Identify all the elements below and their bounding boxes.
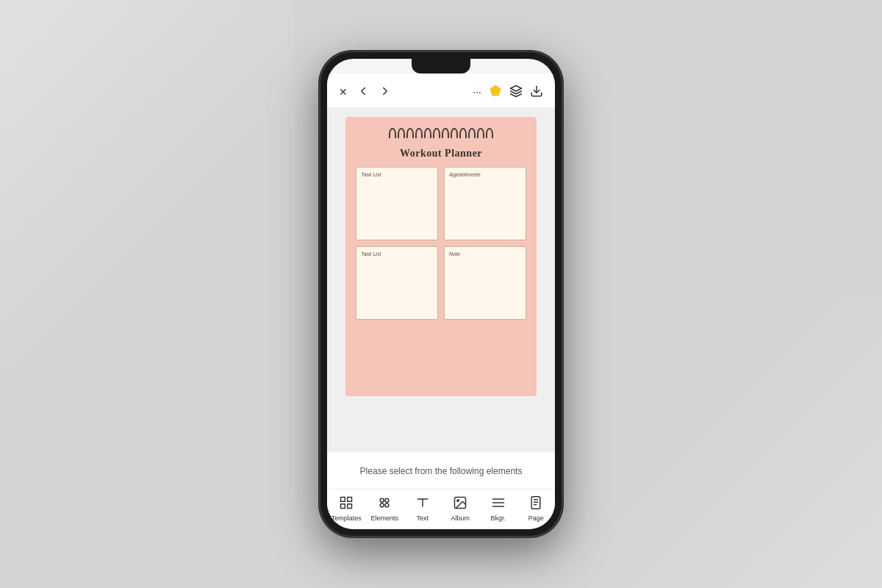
- more-icon[interactable]: ···: [473, 86, 481, 98]
- spiral-bump: [468, 128, 476, 138]
- svg-rect-18: [531, 497, 540, 509]
- download-icon[interactable]: [530, 85, 543, 100]
- toolbar-item-templates[interactable]: Templates: [331, 495, 362, 522]
- close-icon[interactable]: ✕: [339, 86, 348, 98]
- toolbar-item-album[interactable]: Album: [445, 495, 475, 522]
- album-label: Album: [451, 514, 470, 522]
- layers-icon[interactable]: [509, 85, 523, 100]
- spiral-bump: [451, 128, 458, 138]
- spiral-bump: [459, 128, 467, 138]
- toolbar-item-elements[interactable]: Elements: [370, 495, 399, 522]
- spiral-bump: [433, 128, 440, 138]
- page-label: Page: [528, 514, 544, 522]
- spiral-bump: [486, 128, 493, 138]
- svg-point-10: [385, 503, 389, 507]
- spiral-bump: [424, 128, 431, 138]
- spiral-bump: [442, 128, 449, 138]
- bg-shadow-left: [0, 0, 294, 368]
- gem-icon[interactable]: [489, 84, 502, 100]
- planner-box-note[interactable]: Note: [444, 246, 526, 320]
- phone-shell: ✕ ···: [320, 51, 562, 537]
- elements-label: Elements: [370, 514, 398, 522]
- spiral-bump: [398, 128, 405, 138]
- svg-rect-4: [348, 498, 352, 502]
- planner-box-appointments[interactable]: Appointments: [444, 167, 526, 240]
- text-label: Text: [416, 514, 429, 522]
- planner-document: Workout Planner Task List Appointments T…: [345, 117, 537, 396]
- page-icon: [528, 495, 543, 512]
- spiral-bump: [389, 128, 396, 138]
- toolbar-item-background[interactable]: Bkgr.: [484, 495, 513, 522]
- svg-rect-3: [341, 498, 345, 502]
- header-left: ✕: [339, 85, 392, 100]
- templates-label: Templates: [331, 514, 362, 522]
- box-label-appointments: Appointments: [449, 172, 521, 177]
- spiral-bump: [415, 128, 423, 138]
- box-label-task-list-1: Task List: [361, 172, 433, 177]
- header-right: ···: [473, 84, 543, 100]
- phone-screen: ✕ ···: [327, 59, 555, 529]
- svg-marker-1: [511, 85, 522, 91]
- planner-title: Workout Planner: [400, 148, 482, 159]
- svg-rect-6: [348, 504, 352, 509]
- toolbar-item-page[interactable]: Page: [521, 495, 551, 522]
- spiral-bump: [406, 128, 414, 138]
- forward-icon[interactable]: [379, 85, 392, 100]
- album-icon: [453, 495, 467, 512]
- svg-point-8: [385, 498, 389, 502]
- text-icon: [415, 495, 430, 512]
- svg-point-14: [457, 500, 459, 502]
- phone-notch: [412, 59, 470, 74]
- svg-point-9: [380, 503, 384, 507]
- planner-box-task-list-2[interactable]: Task List: [356, 246, 438, 320]
- canvas-area: Workout Planner Task List Appointments T…: [327, 108, 555, 452]
- planner-grid: Task List Appointments Task List Note: [356, 167, 526, 320]
- spiral-bump: [477, 128, 484, 138]
- select-elements-area: Please select from the following element…: [327, 452, 555, 489]
- templates-icon: [339, 495, 354, 512]
- background-icon: [491, 495, 506, 512]
- svg-rect-5: [341, 504, 345, 509]
- back-icon[interactable]: [356, 85, 370, 100]
- spiral-decoration: [375, 123, 507, 143]
- app-header: ✕ ···: [327, 74, 555, 108]
- bottom-toolbar: Templates Elements: [327, 489, 555, 529]
- select-elements-text: Please select from the following element…: [360, 466, 523, 476]
- toolbar-item-text[interactable]: Text: [408, 495, 437, 522]
- planner-box-task-list-1[interactable]: Task List: [356, 167, 438, 240]
- box-label-task-list-2: Task List: [361, 251, 433, 257]
- elements-icon: [377, 495, 392, 512]
- spiral-pattern: [389, 128, 493, 138]
- svg-point-7: [380, 498, 384, 502]
- background-label: Bkgr.: [490, 514, 506, 522]
- svg-marker-0: [490, 85, 501, 96]
- bg-shadow-right: [588, 294, 882, 588]
- box-label-note: Note: [449, 251, 521, 257]
